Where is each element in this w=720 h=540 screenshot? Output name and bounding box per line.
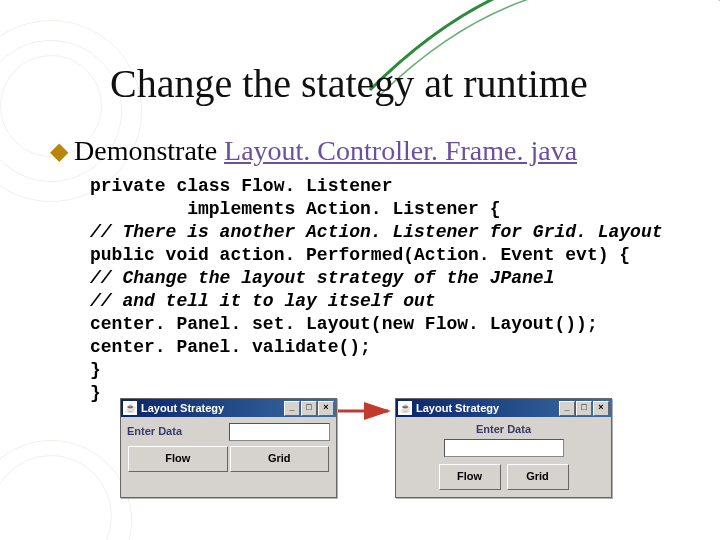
slide-title: Change the stategy at runtime [110, 60, 690, 107]
bullet-icon: ◆ [50, 139, 68, 163]
window-title: Layout Strategy [416, 402, 559, 414]
bullet-text: Demonstrate Layout. Controller. Frame. j… [74, 135, 577, 167]
grid-button[interactable]: Grid [507, 464, 569, 490]
bullet-lead: Demonstrate [74, 135, 224, 166]
grid-button[interactable]: Grid [230, 446, 330, 472]
enter-data-label: Enter Data [127, 423, 229, 441]
maximize-button[interactable]: □ [576, 401, 592, 416]
titlebar[interactable]: ☕ Layout Strategy _ □ × [396, 399, 611, 417]
transition-arrow [336, 396, 398, 430]
java-icon: ☕ [123, 401, 137, 415]
enter-data-label: Enter Data [402, 423, 605, 435]
text-field[interactable] [229, 423, 331, 441]
java-icon: ☕ [398, 401, 412, 415]
code-block: private class Flow. Listener implements … [90, 175, 690, 405]
close-button[interactable]: × [593, 401, 609, 416]
flow-button[interactable]: Flow [128, 446, 228, 472]
flow-button[interactable]: Flow [439, 464, 501, 490]
minimize-button[interactable]: _ [284, 401, 300, 416]
app-window-grid: ☕ Layout Strategy _ □ × Enter Data Flow … [120, 398, 337, 498]
layout-controller-link[interactable]: Layout. Controller. Frame. java [224, 135, 577, 166]
titlebar[interactable]: ☕ Layout Strategy _ □ × [121, 399, 336, 417]
window-title: Layout Strategy [141, 402, 284, 414]
window-body-grid: Enter Data Flow Grid [121, 417, 336, 479]
maximize-button[interactable]: □ [301, 401, 317, 416]
bullet-row: ◆ Demonstrate Layout. Controller. Frame.… [50, 135, 690, 167]
close-button[interactable]: × [318, 401, 334, 416]
window-body-flow: Enter Data Flow Grid [396, 417, 611, 497]
minimize-button[interactable]: _ [559, 401, 575, 416]
app-window-flow: ☕ Layout Strategy _ □ × Enter Data Flow … [395, 398, 612, 498]
text-field[interactable] [444, 439, 564, 457]
